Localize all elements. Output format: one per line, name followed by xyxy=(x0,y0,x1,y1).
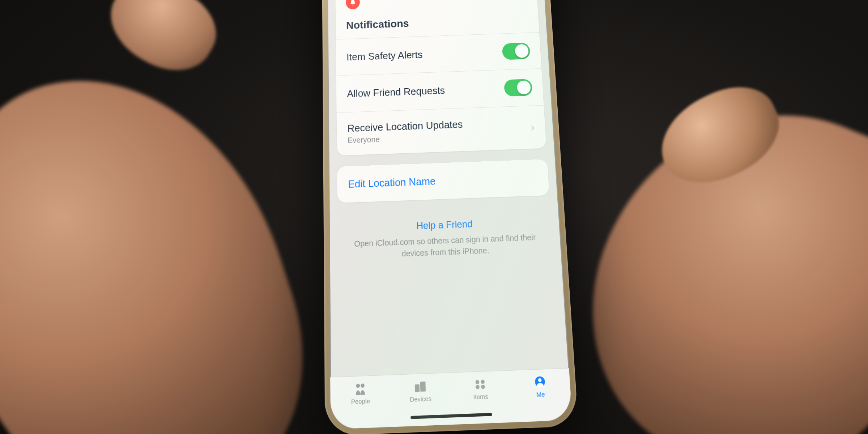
notifications-title: Notifications xyxy=(346,13,529,35)
tab-items-label: Items xyxy=(473,392,488,400)
receive-location-updates-label: Receive Location Updates xyxy=(347,118,463,135)
edit-location-name-button[interactable]: Edit Location Name xyxy=(337,159,549,203)
edit-location-name-label: Edit Location Name xyxy=(348,175,436,190)
phone: Share My Location Notifications xyxy=(322,0,579,434)
svg-rect-2 xyxy=(415,384,420,392)
bell-icon xyxy=(346,0,360,9)
screen: Share My Location Notifications xyxy=(327,0,573,429)
devices-icon xyxy=(413,379,427,393)
item-safety-alerts-label: Item Safety Alerts xyxy=(346,49,423,63)
tab-me-label: Me xyxy=(536,391,545,399)
help-a-friend-link[interactable]: Help a Friend xyxy=(349,216,540,234)
svg-point-5 xyxy=(481,380,485,384)
me-icon xyxy=(532,374,548,389)
hand-left xyxy=(0,33,341,434)
tab-people[interactable]: People xyxy=(342,381,379,405)
svg-point-4 xyxy=(475,380,479,384)
help-a-friend-description: Open iCloud.com so others can sign in an… xyxy=(349,231,541,261)
tab-items[interactable]: Items xyxy=(461,376,499,401)
chevron-right-icon: › xyxy=(530,120,535,134)
svg-point-7 xyxy=(481,385,485,389)
tab-bar: People Devices Items xyxy=(330,368,572,429)
help-a-friend-block: Help a Friend Open iCloud.com so others … xyxy=(338,216,553,262)
tab-me[interactable]: Me xyxy=(522,374,559,399)
people-icon xyxy=(353,381,368,396)
home-indicator[interactable] xyxy=(410,413,492,419)
tab-devices[interactable]: Devices xyxy=(402,379,439,403)
tab-devices-label: Devices xyxy=(410,395,431,403)
photo-stage: Share My Location Notifications xyxy=(0,0,868,434)
svg-point-6 xyxy=(476,385,480,389)
allow-friend-requests-row[interactable]: Allow Friend Requests xyxy=(336,68,544,112)
svg-point-1 xyxy=(361,383,365,388)
receive-location-updates-row[interactable]: Receive Location Updates Everyone › xyxy=(337,105,546,156)
thumb-left xyxy=(96,0,230,87)
receive-location-updates-value: Everyone xyxy=(348,132,463,145)
item-safety-alerts-row[interactable]: Item Safety Alerts xyxy=(336,32,542,76)
allow-friend-requests-toggle[interactable] xyxy=(504,79,532,97)
allow-friend-requests-label: Allow Friend Requests xyxy=(347,84,445,99)
svg-rect-3 xyxy=(420,382,426,392)
edit-location-card: Edit Location Name xyxy=(337,159,549,203)
notifications-card: Notifications Item Safety Alerts Allow F… xyxy=(335,0,546,156)
svg-point-0 xyxy=(356,384,360,388)
tab-people-label: People xyxy=(351,397,370,405)
items-icon xyxy=(473,377,488,391)
item-safety-alerts-toggle[interactable] xyxy=(502,43,531,60)
